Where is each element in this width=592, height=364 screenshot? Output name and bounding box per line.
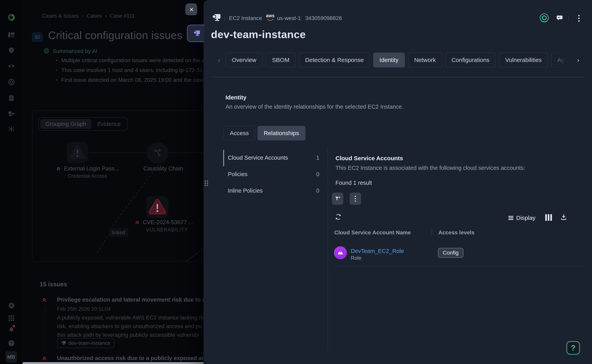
- issues-heading: 15 issues: [40, 281, 67, 288]
- results-summary: Found 1 result: [336, 180, 372, 186]
- list-item-inline-policies[interactable]: Inline Policies 0: [228, 188, 319, 194]
- case-title: Critical configuration issues: [48, 29, 182, 42]
- filter-add-button[interactable]: [332, 193, 343, 205]
- kebab-menu-icon[interactable]: [576, 14, 582, 23]
- apps-grid-icon[interactable]: [7, 314, 15, 322]
- chat-icon[interactable]: [556, 15, 563, 22]
- horizontal-scrollbar[interactable]: [23, 362, 209, 364]
- app-sidebar: ? MB: [0, 0, 23, 364]
- tab-vulnerabilities[interactable]: Vulnerabilities: [499, 52, 548, 67]
- ai-rings-small-icon: [44, 48, 49, 54]
- ai-rings-icon[interactable]: [540, 13, 549, 22]
- causality-chain-label[interactable]: Causality Chain: [143, 165, 183, 172]
- causality-chain-node[interactable]: [147, 142, 168, 164]
- account-name-link[interactable]: DevTeam_EC2_Role: [351, 248, 404, 254]
- toggle-relationships[interactable]: Relationships: [257, 126, 305, 140]
- tabs-divider: [211, 77, 584, 77]
- vm-icon: [212, 13, 221, 23]
- tab-configurations[interactable]: Configurations: [445, 52, 496, 67]
- display-button[interactable]: Display: [508, 214, 535, 221]
- breadcrumb-case-111: Case #111: [110, 13, 135, 19]
- tab-overview[interactable]: Overview: [225, 52, 262, 67]
- eye-icon[interactable]: [7, 62, 15, 70]
- list-item-policies[interactable]: Policies 0: [228, 171, 319, 177]
- orca-logo-icon[interactable]: [7, 13, 15, 22]
- toggle-access[interactable]: Access: [223, 126, 255, 140]
- account-id-label: 343059098826: [305, 15, 342, 21]
- cve-node-label[interactable]: CVE-2024-53677 ...: [135, 219, 193, 226]
- identity-view-toggle: Access Relationships: [223, 126, 305, 140]
- inventory-blocks-icon[interactable]: [7, 110, 15, 118]
- severity-critical-icon: [41, 297, 47, 303]
- column-separator[interactable]: [432, 228, 432, 235]
- edge-label-linked: linked: [109, 228, 128, 237]
- list-item-cloud-service-accounts[interactable]: Cloud Service Accounts 1: [228, 155, 319, 161]
- download-icon: [560, 213, 567, 221]
- clipboard-icon[interactable]: [7, 94, 15, 102]
- summary-bullet: Multiple critical configuration issues w…: [56, 57, 218, 64]
- asset-monitor-icon: [193, 30, 201, 37]
- region-label: us-west-1: [277, 15, 301, 21]
- breadcrumb-cases-issues[interactable]: Cases & Issues: [42, 13, 79, 19]
- close-icon: ✕: [189, 6, 194, 13]
- shield-alert-icon[interactable]: [7, 46, 15, 54]
- help-button[interactable]: ?: [566, 341, 580, 355]
- tab-network[interactable]: Network: [408, 52, 442, 67]
- svg-text:?: ?: [10, 341, 13, 345]
- aws-icon: aws: [266, 13, 274, 22]
- summary-bullet: This case involves 1 host and 4 users, i…: [56, 67, 224, 73]
- tab-sbom[interactable]: SBOM: [266, 52, 296, 67]
- asset-tag-chip[interactable]: dev-team-instance: [57, 338, 114, 348]
- tabs-scroll-right-icon[interactable]: ›: [577, 56, 579, 64]
- panel-resize-handle[interactable]: [205, 180, 208, 186]
- severity-high-icon: [56, 166, 61, 171]
- issue-desc-line: this attack path by leveraging publicly …: [57, 332, 199, 338]
- issue-node[interactable]: [67, 142, 88, 163]
- summary-bullet: First issue detected on March 08, 2025 1…: [56, 77, 220, 83]
- table-kebab-button[interactable]: [350, 193, 361, 205]
- cve-node-sublabel: VULNERABILITY: [146, 227, 188, 233]
- account-type-label: Role: [351, 255, 361, 261]
- asset-tabs: Overview SBOM Detection & Response Ident…: [225, 52, 571, 67]
- cve-node[interactable]: [146, 196, 168, 218]
- question-icon: ?: [571, 344, 575, 352]
- tabs-scroll-left-icon[interactable]: ‹: [218, 56, 220, 64]
- dashboard-icon[interactable]: [7, 31, 15, 39]
- user-avatar[interactable]: MB: [6, 351, 17, 363]
- detail-title: Cloud Service Accounts: [336, 155, 403, 162]
- pinned-asset-tab[interactable]: [187, 25, 204, 42]
- header-separator: [225, 15, 225, 21]
- section-title: Identity: [225, 94, 247, 101]
- header-separator: [262, 15, 262, 21]
- kebab-menu-icon: [355, 196, 356, 202]
- header-separator: [301, 15, 301, 21]
- issue-title[interactable]: Privilege escalation and lateral movemen…: [57, 297, 217, 303]
- columns-button[interactable]: [545, 214, 552, 221]
- close-panel-button[interactable]: ✕: [185, 4, 198, 16]
- access-level-chip[interactable]: Config: [438, 248, 463, 258]
- refresh-button[interactable]: [335, 213, 342, 221]
- causality-icon: [153, 149, 162, 157]
- severity-score-badge: 90: [32, 32, 43, 42]
- target-icon[interactable]: [7, 78, 15, 86]
- item-count: 1: [316, 155, 319, 161]
- item-count: 0: [316, 188, 319, 194]
- tab-detection-response[interactable]: Detection & Response: [299, 52, 370, 67]
- issue-title[interactable]: Unauthorized access risk due to a public…: [57, 355, 217, 361]
- column-header-access[interactable]: Access levels: [438, 229, 475, 236]
- hardhat-icon: [337, 250, 343, 256]
- issue-node-sublabel: Credential Access: [68, 173, 107, 179]
- asset-type-label: EC2 Instance: [229, 15, 262, 21]
- asset-detail-panel: EC2 Instance aws us-west-1 343059098826 …: [203, 0, 592, 364]
- issue-desc-line: risk, enabling attackers to gain unautho…: [57, 323, 202, 330]
- tabs-fade: [551, 52, 577, 68]
- help-sidebar-icon[interactable]: ?: [7, 339, 15, 347]
- sparkle-cluster-icon[interactable]: [7, 125, 15, 133]
- issue-node-label[interactable]: External Login Pass...: [56, 165, 119, 172]
- download-button[interactable]: [560, 213, 567, 221]
- breadcrumb-cases[interactable]: Cases: [87, 13, 102, 19]
- column-header-name[interactable]: Cloud Service Account Name: [334, 229, 411, 236]
- tab-identity[interactable]: Identity: [373, 52, 405, 67]
- asset-title: dev-team-instance: [211, 28, 306, 40]
- settings-gear-icon[interactable]: [7, 301, 15, 310]
